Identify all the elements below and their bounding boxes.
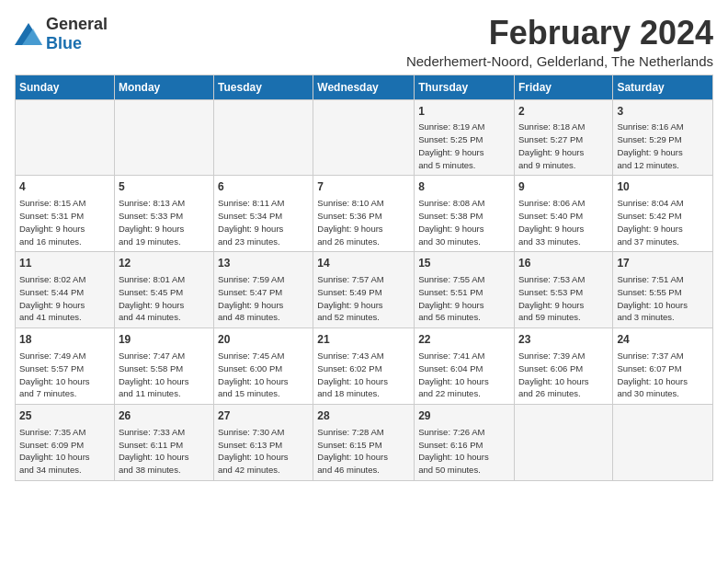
- day-number: 4: [19, 179, 110, 195]
- day-cell: 5Sunrise: 8:13 AM Sunset: 5:33 PM Daylig…: [114, 176, 213, 252]
- days-header-row: SundayMondayTuesdayWednesdayThursdayFrid…: [16, 75, 713, 99]
- day-number: 25: [19, 408, 110, 424]
- day-info: Sunrise: 7:37 AM Sunset: 6:07 PM Dayligh…: [617, 350, 709, 400]
- day-info: Sunrise: 7:55 AM Sunset: 5:51 PM Dayligh…: [418, 273, 510, 324]
- day-cell: 12Sunrise: 8:01 AM Sunset: 5:45 PM Dayli…: [114, 252, 213, 328]
- day-info: Sunrise: 7:47 AM Sunset: 5:58 PM Dayligh…: [119, 350, 210, 400]
- day-cell: [16, 99, 115, 176]
- day-header-tuesday: Tuesday: [214, 75, 313, 99]
- day-header-sunday: Sunday: [16, 75, 115, 99]
- day-cell: 11Sunrise: 8:02 AM Sunset: 5:44 PM Dayli…: [16, 252, 115, 328]
- day-number: 26: [119, 408, 210, 424]
- title-area: February 2024 Nederhemert-Noord, Gelderl…: [406, 15, 713, 69]
- day-info: Sunrise: 7:57 AM Sunset: 5:49 PM Dayligh…: [317, 273, 410, 324]
- day-info: Sunrise: 8:11 AM Sunset: 5:34 PM Dayligh…: [218, 197, 309, 247]
- day-number: 29: [418, 408, 510, 424]
- week-row-2: 4Sunrise: 8:15 AM Sunset: 5:31 PM Daylig…: [16, 176, 713, 252]
- day-number: 24: [617, 332, 709, 348]
- day-cell: 15Sunrise: 7:55 AM Sunset: 5:51 PM Dayli…: [415, 252, 515, 328]
- day-number: 5: [119, 179, 210, 195]
- day-info: Sunrise: 8:01 AM Sunset: 5:45 PM Dayligh…: [119, 273, 210, 324]
- day-cell: 19Sunrise: 7:47 AM Sunset: 5:58 PM Dayli…: [114, 328, 213, 405]
- day-cell: 26Sunrise: 7:33 AM Sunset: 6:11 PM Dayli…: [114, 405, 213, 481]
- day-cell: 14Sunrise: 7:57 AM Sunset: 5:49 PM Dayli…: [313, 252, 415, 328]
- week-row-3: 11Sunrise: 8:02 AM Sunset: 5:44 PM Dayli…: [16, 252, 713, 328]
- day-info: Sunrise: 8:16 AM Sunset: 5:29 PM Dayligh…: [617, 121, 709, 171]
- day-header-saturday: Saturday: [613, 75, 713, 99]
- day-number: 27: [218, 408, 309, 424]
- day-cell: [114, 99, 213, 176]
- day-number: 21: [317, 332, 410, 348]
- logo-icon: [15, 23, 42, 45]
- day-number: 15: [418, 256, 510, 271]
- week-row-1: 1Sunrise: 8:19 AM Sunset: 5:25 PM Daylig…: [16, 99, 713, 176]
- day-info: Sunrise: 8:10 AM Sunset: 5:36 PM Dayligh…: [317, 197, 410, 247]
- day-cell: 25Sunrise: 7:35 AM Sunset: 6:09 PM Dayli…: [16, 405, 115, 481]
- day-info: Sunrise: 7:28 AM Sunset: 6:15 PM Dayligh…: [317, 426, 410, 477]
- day-cell: 10Sunrise: 8:04 AM Sunset: 5:42 PM Dayli…: [613, 176, 713, 252]
- day-number: 18: [19, 332, 110, 348]
- day-info: Sunrise: 8:15 AM Sunset: 5:31 PM Dayligh…: [19, 197, 110, 247]
- day-cell: [613, 405, 713, 481]
- day-cell: [313, 99, 415, 176]
- calendar-table: SundayMondayTuesdayWednesdayThursdayFrid…: [15, 75, 713, 481]
- day-info: Sunrise: 8:02 AM Sunset: 5:44 PM Dayligh…: [19, 273, 110, 324]
- day-cell: 28Sunrise: 7:28 AM Sunset: 6:15 PM Dayli…: [313, 405, 415, 481]
- week-row-4: 18Sunrise: 7:49 AM Sunset: 5:57 PM Dayli…: [16, 328, 713, 405]
- day-info: Sunrise: 8:08 AM Sunset: 5:38 PM Dayligh…: [418, 197, 510, 247]
- day-info: Sunrise: 7:59 AM Sunset: 5:47 PM Dayligh…: [218, 273, 309, 324]
- day-header-thursday: Thursday: [415, 75, 515, 99]
- day-info: Sunrise: 7:53 AM Sunset: 5:53 PM Dayligh…: [518, 273, 609, 324]
- day-number: 11: [19, 256, 110, 271]
- day-number: 7: [317, 179, 410, 195]
- day-cell: 7Sunrise: 8:10 AM Sunset: 5:36 PM Daylig…: [313, 176, 415, 252]
- logo: General Blue: [15, 15, 108, 53]
- day-number: 23: [518, 332, 609, 348]
- day-cell: 2Sunrise: 8:18 AM Sunset: 5:27 PM Daylig…: [514, 99, 612, 176]
- day-info: Sunrise: 8:06 AM Sunset: 5:40 PM Dayligh…: [518, 197, 609, 247]
- day-cell: 21Sunrise: 7:43 AM Sunset: 6:02 PM Dayli…: [313, 328, 415, 405]
- day-number: 6: [218, 179, 309, 195]
- day-number: 13: [218, 256, 309, 271]
- day-info: Sunrise: 7:35 AM Sunset: 6:09 PM Dayligh…: [19, 426, 110, 477]
- day-cell: 18Sunrise: 7:49 AM Sunset: 5:57 PM Dayli…: [16, 328, 115, 405]
- week-row-5: 25Sunrise: 7:35 AM Sunset: 6:09 PM Dayli…: [16, 405, 713, 481]
- day-number: 10: [617, 179, 709, 195]
- day-info: Sunrise: 7:49 AM Sunset: 5:57 PM Dayligh…: [19, 350, 110, 400]
- day-number: 3: [617, 104, 709, 120]
- day-info: Sunrise: 7:45 AM Sunset: 6:00 PM Dayligh…: [218, 350, 309, 400]
- day-number: 19: [119, 332, 210, 348]
- day-number: 12: [119, 256, 210, 271]
- day-number: 22: [418, 332, 510, 348]
- day-cell: 23Sunrise: 7:39 AM Sunset: 6:06 PM Dayli…: [514, 328, 612, 405]
- day-info: Sunrise: 7:26 AM Sunset: 6:16 PM Dayligh…: [418, 426, 510, 477]
- day-cell: 24Sunrise: 7:37 AM Sunset: 6:07 PM Dayli…: [613, 328, 713, 405]
- day-cell: 9Sunrise: 8:06 AM Sunset: 5:40 PM Daylig…: [514, 176, 612, 252]
- day-number: 1: [418, 104, 510, 120]
- day-info: Sunrise: 7:51 AM Sunset: 5:55 PM Dayligh…: [617, 273, 709, 324]
- day-cell: 3Sunrise: 8:16 AM Sunset: 5:29 PM Daylig…: [613, 99, 713, 176]
- day-number: 17: [617, 256, 709, 271]
- month-title: February 2024: [406, 15, 713, 52]
- day-cell: 27Sunrise: 7:30 AM Sunset: 6:13 PM Dayli…: [214, 405, 313, 481]
- day-cell: [514, 405, 612, 481]
- day-cell: 8Sunrise: 8:08 AM Sunset: 5:38 PM Daylig…: [415, 176, 515, 252]
- day-cell: 1Sunrise: 8:19 AM Sunset: 5:25 PM Daylig…: [415, 99, 515, 176]
- day-cell: [214, 99, 313, 176]
- day-cell: 13Sunrise: 7:59 AM Sunset: 5:47 PM Dayli…: [214, 252, 313, 328]
- subtitle: Nederhemert-Noord, Gelderland, The Nethe…: [406, 53, 713, 69]
- day-info: Sunrise: 8:18 AM Sunset: 5:27 PM Dayligh…: [518, 121, 609, 171]
- day-number: 28: [317, 408, 410, 424]
- day-cell: 16Sunrise: 7:53 AM Sunset: 5:53 PM Dayli…: [514, 252, 612, 328]
- day-info: Sunrise: 8:04 AM Sunset: 5:42 PM Dayligh…: [617, 197, 709, 247]
- day-info: Sunrise: 7:33 AM Sunset: 6:11 PM Dayligh…: [119, 426, 210, 477]
- day-info: Sunrise: 8:19 AM Sunset: 5:25 PM Dayligh…: [418, 121, 510, 171]
- day-number: 14: [317, 256, 410, 271]
- day-cell: 4Sunrise: 8:15 AM Sunset: 5:31 PM Daylig…: [16, 176, 115, 252]
- day-header-monday: Monday: [114, 75, 213, 99]
- day-cell: 6Sunrise: 8:11 AM Sunset: 5:34 PM Daylig…: [214, 176, 313, 252]
- day-header-wednesday: Wednesday: [313, 75, 415, 99]
- day-cell: 20Sunrise: 7:45 AM Sunset: 6:00 PM Dayli…: [214, 328, 313, 405]
- day-info: Sunrise: 7:30 AM Sunset: 6:13 PM Dayligh…: [218, 426, 309, 477]
- day-number: 20: [218, 332, 309, 348]
